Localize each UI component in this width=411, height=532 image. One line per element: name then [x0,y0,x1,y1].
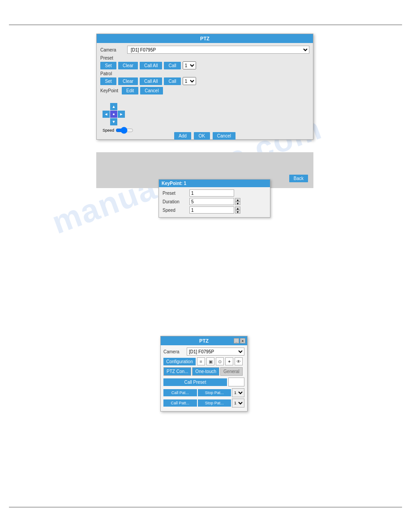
pattern-row: Call Patt... Stop Pat... 1 [163,399,244,408]
kp-speed-input[interactable] [189,206,234,214]
patrol-callall-btn[interactable]: Call All [140,77,163,85]
preset-call-btn[interactable]: Call [164,62,180,69]
kp-duration-down[interactable]: ▼ [235,202,240,205]
patrol-btn-row: Set Clear Call All Call 1 [100,77,309,85]
config-icon-eye[interactable]: 👁 [235,357,243,365]
ok-btn[interactable]: OK [194,132,210,140]
patrol-clear-btn[interactable]: Clear [118,77,138,85]
ptz-left-btn[interactable]: ◄ [103,111,110,118]
kp-speed-label: Speed [163,208,189,213]
add-btn[interactable]: Add [174,132,191,140]
config-icon-star[interactable]: ✦ [225,357,233,365]
bottom-camera-row: Camera [D1] F0795P [163,348,244,356]
ptz-empty-tr [118,103,125,110]
stop-pattern-btn[interactable]: Stop Pat... [198,399,231,407]
ptz-down-btn[interactable]: ▼ [110,118,117,125]
call-preset-row: Call Preset [163,378,244,386]
tab-row: PTZ Con... One-touch General [163,367,244,376]
patrol-row: Call Pat... Stop Pat... 1 [163,388,244,397]
kp-duration-up[interactable]: ▲ [235,198,240,202]
ptz-center-btn[interactable]: ● [110,111,117,118]
kp-duration-input[interactable] [189,198,234,205]
top-dialog-title: PTZ [97,34,313,43]
kp-speed-row: Speed ▲ ▼ [163,206,266,214]
back-btn[interactable]: Back [289,175,308,182]
tab-general[interactable]: General [220,367,243,376]
tab-one-touch[interactable]: One-touch [192,367,219,376]
kp-duration-spinners: ▲ ▼ [235,198,240,205]
config-row: Configuration ≡ ▣ ⊙ ✦ 👁 [163,357,244,365]
preset-btn-row: Set Clear Call All Call 1 [100,61,309,69]
ptz-empty-bl [103,118,110,125]
pattern-number-select[interactable]: 1 [232,399,244,408]
patrol-set-btn[interactable]: Set [100,77,116,85]
cancel-action-btn[interactable]: Cancel [213,132,235,140]
kp-duration-row: Duration ▲ ▼ [163,198,266,205]
kp-preset-input[interactable] [189,189,234,197]
call-preset-btn[interactable]: Call Preset [163,378,227,386]
patrol-number-select[interactable]: 1 [232,388,244,397]
preset-clear-btn[interactable]: Clear [118,62,138,69]
ptz-empty-br [118,118,125,125]
top-rule [9,25,402,25]
keypoint-row: KeyPoint Edit Cancel [100,87,309,94]
patrol-number-select[interactable]: 1 [183,77,196,85]
config-icon-list[interactable]: ≡ [197,357,205,365]
kp-preset-label: Preset [163,191,189,196]
preset-number-select[interactable]: 1 [183,61,196,69]
tab-ptz-config[interactable]: PTZ Con... [163,367,191,376]
keypoint-dialog-title: KeyPoint: 1 [159,180,270,187]
kp-speed-up[interactable]: ▲ [235,206,240,210]
patrol-label: Patrol [100,71,309,76]
keypoint-label: KeyPoint [100,88,118,93]
kp-duration-label: Duration [163,199,189,204]
ptz-right-btn[interactable]: ► [118,111,125,118]
bottom-camera-select[interactable]: [D1] F0795P [187,348,244,356]
close-btn[interactable]: X [240,338,245,343]
kp-speed-down[interactable]: ▼ [235,210,240,214]
window-controls: _ X [234,338,245,343]
bottom-dialog-title: PTZ _ X [161,336,247,345]
patrol-call-btn[interactable]: Call [164,77,180,85]
preset-label: Preset [100,56,309,60]
kp-speed-spinners: ▲ ▼ [235,206,240,214]
ptz-pad: ▲ ◄ ● ► ▼ Speed [103,103,133,134]
preset-callall-btn[interactable]: Call All [140,62,163,69]
camera-row: Camera [D1] F0795P [100,46,309,54]
configuration-btn[interactable]: Configuration [163,358,196,365]
stop-patrol-btn[interactable]: Stop Pat... [198,389,231,396]
ptz-up-btn[interactable]: ▲ [110,103,117,110]
top-ptz-dialog: PTZ Camera [D1] F0795P Preset Set Clear … [96,34,313,140]
ptz-empty-tl [103,103,110,110]
keypoint-cancel-btn[interactable]: Cancel [140,87,163,94]
config-icon-circle[interactable]: ⊙ [216,357,224,365]
camera-select[interactable]: [D1] F0795P [127,46,309,54]
back-btn-wrap: Back [289,175,308,182]
dialog-action-row: Add OK Cancel [96,132,313,140]
bottom-ptz-dialog: PTZ _ X Camera [D1] F0795P Configuration… [160,336,248,412]
call-patrol-btn[interactable]: Call Pat... [163,389,197,396]
keypoint-edit-btn[interactable]: Edit [122,87,138,94]
camera-label: Camera [100,47,127,52]
config-icon-grid[interactable]: ▣ [206,357,214,365]
keypoint-dialog: KeyPoint: 1 Preset Duration ▲ ▼ [158,179,270,218]
minimize-btn[interactable]: _ [234,338,239,343]
preset-set-btn[interactable]: Set [100,62,116,69]
bottom-rule [9,507,402,507]
call-preset-input[interactable] [228,378,244,386]
bottom-camera-label: Camera [163,349,187,354]
bottom-title-text: PTZ [199,338,209,343]
kp-preset-row: Preset [163,189,266,197]
call-pattern-btn[interactable]: Call Patt... [163,399,197,407]
